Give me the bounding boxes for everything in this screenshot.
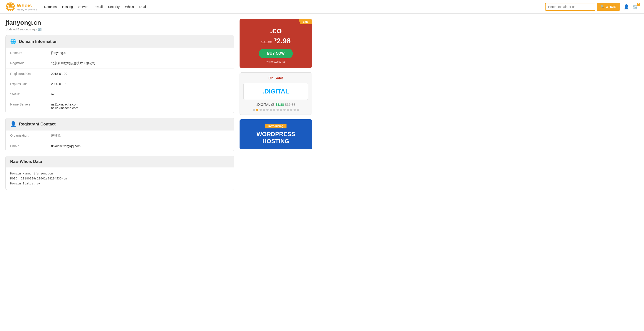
registrant-header: 👤 Registrant Contact — [6, 118, 234, 130]
email-value: 857618031@qq.com — [51, 144, 80, 148]
main-content: jfanyong.cn Updated 5 seconds ago 🔄 🌐 Do… — [0, 14, 318, 200]
carousel-dot[interactable] — [287, 109, 289, 111]
sale-note: *while stocks last — [244, 60, 308, 63]
nav-deals[interactable]: Deals — [139, 5, 148, 8]
page-title: jfanyong.cn — [6, 19, 234, 26]
carousel-dot[interactable] — [290, 109, 292, 111]
carousel-dot[interactable] — [273, 109, 276, 111]
raw-whois-header: Raw Whois Data — [6, 156, 234, 168]
registrant-table: Organization: 陈桂旭 Email: 857618031@qq.co… — [6, 130, 234, 151]
nav-email[interactable]: Email — [95, 5, 103, 8]
search-icon: 🔍 — [600, 5, 604, 8]
sale-badge: Sale — [299, 19, 312, 24]
digital-new-price: $3.88 — [276, 102, 284, 106]
org-value: 陈桂旭 — [51, 134, 60, 138]
user-button[interactable]: 👤 — [624, 4, 629, 10]
carousel-dots — [244, 109, 308, 111]
raw-whois-line: Domain Status: ok — [10, 181, 229, 186]
search-input[interactable] — [545, 3, 595, 11]
carousel-dot[interactable] — [276, 109, 279, 111]
onsale-card: On Sale! .DIGITAL .DIGITAL @ $3.88 $36.8… — [240, 72, 312, 115]
nav-domains[interactable]: Domains — [44, 5, 57, 8]
wp-title-line1: WORDPRESS — [244, 131, 308, 138]
sale-new-price: $2.98 — [274, 37, 290, 45]
carousel-dot[interactable] — [297, 109, 299, 111]
nameservers-label: Name Servers: — [10, 102, 51, 110]
carousel-dot[interactable] — [283, 109, 286, 111]
left-panel: jfanyong.cn Updated 5 seconds ago 🔄 🌐 Do… — [6, 19, 234, 194]
cart-button[interactable]: 🛒 0 — [633, 4, 638, 10]
table-row: Registered On: 2018-01-09 — [6, 69, 234, 79]
logo-sub: Identity for everyone — [17, 8, 38, 11]
carousel-dot[interactable] — [266, 109, 268, 111]
logo[interactable]: Whois Identity for everyone — [6, 2, 38, 12]
navbar: Whois Identity for everyone Domains Host… — [0, 0, 644, 14]
domain-info-table: Domain: jfanyong.cn Registrar: 北京新网数码信息技… — [6, 48, 234, 113]
carousel-dot[interactable] — [270, 109, 272, 111]
search-button[interactable]: 🔍 WHOIS — [597, 3, 620, 11]
expires-on-label: Expires On: — [10, 82, 51, 86]
buy-now-button[interactable]: BUY NOW — [259, 49, 292, 58]
updated-info: Updated 5 seconds ago 🔄 — [6, 28, 234, 31]
email-domain: @qq.com — [67, 144, 80, 148]
wp-title-line2: HOSTING — [244, 138, 308, 145]
status-value: ok — [51, 92, 54, 96]
table-row: Domain: jfanyong.cn — [6, 48, 234, 58]
nav-servers[interactable]: Servers — [78, 5, 89, 8]
sale-tld: .co — [244, 26, 308, 36]
nav-whois[interactable]: Whois — [125, 5, 134, 8]
sale-banner: Sale .co $31.88 $2.98 BUY NOW *while sto… — [240, 19, 312, 68]
registrant-card: 👤 Registrant Contact Organization: 陈桂旭 E… — [6, 118, 234, 151]
digital-price-prefix: .DIGITAL @ — [256, 102, 276, 106]
registrar-label: Registrar: — [10, 61, 51, 65]
carousel-dot[interactable] — [294, 109, 296, 111]
carousel-dot[interactable] — [263, 109, 265, 111]
globe-icon: 🌐 — [10, 38, 16, 44]
registrar-value: 北京新网数码信息技术有限公司 — [51, 61, 96, 65]
logo-text: Whois — [17, 3, 32, 8]
cart-badge: 0 — [637, 3, 640, 6]
digital-old-price: $36.88 — [285, 102, 295, 106]
sale-price-value: 2.98 — [276, 37, 290, 45]
right-panel: Sale .co $31.88 $2.98 BUY NOW *while sto… — [240, 19, 312, 194]
refresh-icon[interactable]: 🔄 — [38, 28, 42, 31]
registered-on-label: Registered On: — [10, 72, 51, 76]
table-row: Status: ok — [6, 89, 234, 99]
table-row: Email: 857618031@qq.com — [6, 141, 234, 151]
registered-on-value: 2018-01-09 — [51, 72, 67, 76]
nav-icons: 👤 🛒 0 — [624, 4, 638, 10]
expires-on-value: 2030-01-09 — [51, 82, 67, 86]
onsale-title: On Sale! — [244, 76, 308, 80]
email-label: Email: — [10, 144, 51, 148]
updated-text: Updated 5 seconds ago — [6, 28, 36, 31]
raw-whois-line: Domain Name: jfanyong.cn — [10, 171, 229, 176]
sale-pricing: $31.88 $2.98 — [244, 37, 308, 45]
nav-hosting[interactable]: Hosting — [62, 5, 73, 8]
search-area: 🔍 WHOIS — [545, 3, 620, 11]
carousel-dot-active[interactable] — [256, 109, 258, 111]
digital-price-line: .DIGITAL @ $3.88 $36.88 — [244, 102, 308, 106]
nav-security[interactable]: Security — [108, 5, 120, 8]
domain-info-card: 🌐 Domain Information Domain: jfanyong.cn… — [6, 35, 234, 113]
domain-value: jfanyong.cn — [51, 51, 67, 55]
status-label: Status: — [10, 92, 51, 96]
carousel-dot[interactable] — [280, 109, 282, 111]
raw-whois-title: Raw Whois Data — [10, 159, 42, 164]
sale-old-price: $31.88 — [261, 40, 272, 44]
raw-whois-body: Domain Name: jfanyong.cn ROID: 20180109s… — [6, 168, 234, 190]
wordpress-banner: Introducing WORDPRESS HOSTING — [240, 119, 312, 149]
user-icon: 👤 — [624, 4, 629, 9]
nameservers-value: ns11.xincache.com ns12.xincache.com — [51, 102, 78, 110]
domain-label: Domain: — [10, 51, 51, 55]
table-row: Name Servers: ns11.xincache.com ns12.xin… — [6, 99, 234, 113]
svg-point-0 — [6, 2, 15, 11]
person-icon: 👤 — [10, 121, 16, 127]
table-row: Expires On: 2030-01-09 — [6, 79, 234, 89]
email-username: 857618031 — [51, 144, 67, 148]
carousel-dot[interactable] — [260, 109, 262, 111]
carousel-dot[interactable] — [253, 109, 255, 111]
nav-links: Domains Hosting Servers Email Security W… — [44, 5, 545, 8]
digital-logo-text: .DIGITAL — [248, 88, 304, 95]
table-row: Organization: 陈桂旭 — [6, 130, 234, 141]
domain-info-title: Domain Information — [19, 39, 58, 44]
